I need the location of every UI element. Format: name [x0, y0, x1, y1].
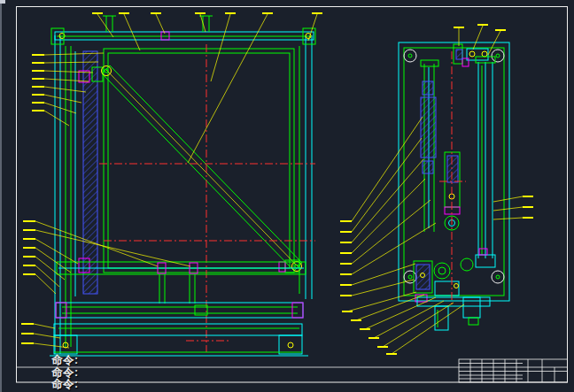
window-corner-fragment — [0, 0, 5, 4]
side-right-channel — [476, 57, 495, 267]
front-view-drawing — [21, 13, 322, 356]
front-base — [50, 324, 308, 356]
front-lower-rail — [56, 303, 303, 318]
cad-application-viewport[interactable]: 命令: 命令: 命令: — [0, 0, 574, 392]
command-line[interactable]: 命令: 命令: 命令: — [51, 355, 79, 391]
front-top-beam — [51, 16, 315, 44]
command-line-text: 命令: — [51, 367, 79, 380]
cad-canvas[interactable] — [0, 0, 574, 392]
front-hatched-column — [79, 51, 103, 294]
window-left-edge — [0, 0, 2, 392]
front-left-rail — [55, 35, 75, 354]
side-base-feet — [417, 297, 490, 330]
command-line-text: 命令: — [51, 355, 79, 367]
front-leader-callouts — [21, 13, 322, 348]
front-right-rail — [299, 35, 312, 299]
front-main-panel — [104, 49, 294, 273]
title-block — [459, 359, 568, 382]
side-view-drawing — [340, 25, 533, 354]
command-prompt[interactable]: 命令: — [51, 379, 79, 391]
front-diagonal-brace — [102, 65, 303, 273]
